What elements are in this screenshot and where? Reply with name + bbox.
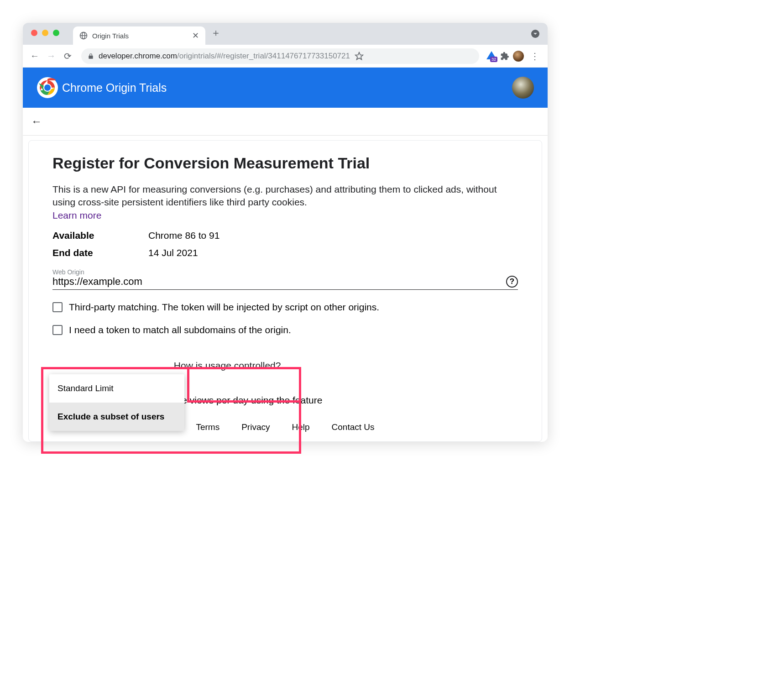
lock-icon — [88, 53, 94, 59]
extension-icon[interactable]: 32 — [486, 51, 497, 61]
subdomain-checkbox-row: I need a token to match all subdomains o… — [52, 325, 518, 335]
footer-contact-link[interactable]: Contact Us — [332, 422, 375, 432]
app-brand[interactable]: Chrome Origin Trials — [37, 77, 167, 99]
chrome-logo-icon — [37, 77, 58, 99]
enddate-label: End date — [52, 247, 148, 258]
window-maximize-button[interactable] — [53, 30, 59, 36]
traffic-lights — [31, 30, 59, 36]
usage-sub-text: Page views per day using the feature — [165, 395, 323, 405]
footer-privacy-link[interactable]: Privacy — [241, 422, 270, 432]
profile-avatar-small[interactable] — [513, 51, 524, 62]
extensions-puzzle-icon[interactable] — [500, 52, 509, 61]
usage-restriction-dropdown[interactable]: Standard Limit Exclude a subset of users — [49, 374, 184, 431]
svg-point-6 — [44, 84, 51, 91]
url-text: developer.chrome.com/origintrials/#/regi… — [99, 52, 350, 61]
subdomain-checkbox[interactable] — [52, 325, 63, 335]
footer-terms-link[interactable]: Terms — [196, 422, 220, 432]
tab-close-icon[interactable]: ✕ — [192, 31, 199, 41]
dropdown-option-exclude[interactable]: Exclude a subset of users — [49, 403, 184, 431]
window-close-button[interactable] — [31, 30, 37, 36]
available-row: Available Chrome 86 to 91 — [52, 230, 518, 241]
help-icon[interactable]: ? — [506, 276, 518, 288]
page-description: This is a new API for measuring conversi… — [52, 183, 518, 209]
enddate-value: 14 Jul 2021 — [148, 247, 198, 258]
web-origin-field: Web Origin ? — [52, 268, 518, 290]
titlebar: Origin Trials ✕ ＋ — [23, 23, 548, 45]
window-minimize-button[interactable] — [42, 30, 48, 36]
nav-forward-button[interactable]: → — [45, 51, 57, 61]
app-header: Chrome Origin Trials — [23, 68, 548, 108]
footer-help-link[interactable]: Help — [292, 422, 309, 432]
available-label: Available — [52, 230, 148, 241]
learn-more-link[interactable]: Learn more — [52, 210, 101, 221]
dropdown-option-standard[interactable]: Standard Limit — [49, 374, 184, 403]
reload-button[interactable]: ⟳ — [61, 51, 74, 62]
nav-back-button[interactable]: ← — [28, 51, 41, 61]
third-party-label: Third-party matching. The token will be … — [69, 302, 379, 313]
svg-marker-3 — [355, 52, 363, 59]
page-back-button[interactable]: ← — [31, 115, 42, 127]
chevron-down-icon — [531, 30, 539, 38]
web-origin-input[interactable] — [52, 276, 506, 288]
extension-badge: 32 — [490, 57, 497, 62]
available-value: Chrome 86 to 91 — [148, 230, 220, 241]
page-heading: Register for Conversion Measurement Tria… — [52, 154, 518, 172]
third-party-checkbox[interactable] — [52, 302, 63, 312]
tab-title: Origin Trials — [92, 32, 188, 40]
web-origin-label: Web Origin — [52, 268, 518, 276]
bookmark-star-icon[interactable] — [355, 52, 364, 61]
browser-window: Origin Trials ✕ ＋ ← → ⟳ developer.chrome… — [23, 23, 548, 442]
back-row: ← — [23, 108, 548, 135]
subdomain-label: I need a token to match all subdomains o… — [69, 325, 291, 335]
globe-icon — [79, 31, 88, 40]
profile-avatar-large[interactable] — [512, 77, 534, 99]
tabs-dropdown-button[interactable] — [531, 30, 539, 38]
usage-row: How is usage controlled? — [52, 360, 518, 371]
usage-controlled-link[interactable]: How is usage controlled? — [174, 360, 281, 371]
address-bar[interactable]: developer.chrome.com/origintrials/#/regi… — [81, 48, 479, 64]
new-tab-button[interactable]: ＋ — [211, 26, 221, 40]
app-title: Chrome Origin Trials — [62, 81, 167, 94]
browser-tab[interactable]: Origin Trials ✕ — [73, 26, 205, 45]
browser-toolbar: ← → ⟳ developer.chrome.com/origintrials/… — [23, 45, 548, 68]
enddate-row: End date 14 Jul 2021 — [52, 247, 518, 258]
third-party-checkbox-row: Third-party matching. The token will be … — [52, 302, 518, 313]
browser-menu-button[interactable]: ⋮ — [528, 51, 542, 62]
divider — [23, 135, 548, 136]
